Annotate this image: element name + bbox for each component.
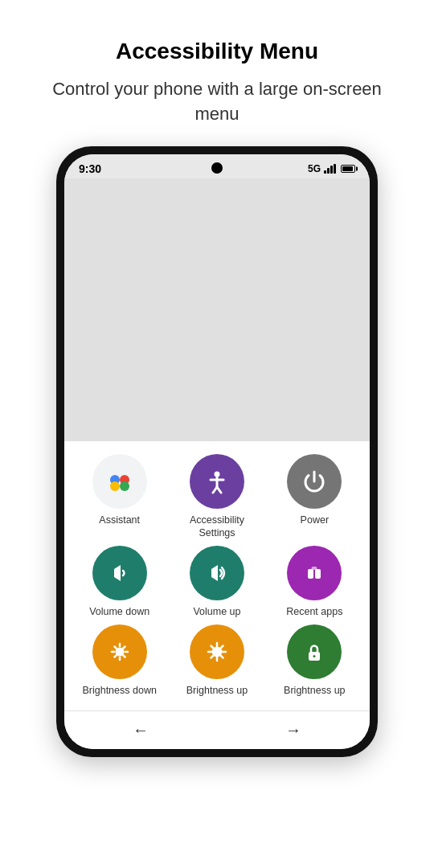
svg-line-21 bbox=[123, 647, 125, 649]
menu-item-assistant[interactable]: Assistant bbox=[74, 454, 165, 540]
svg-point-2 bbox=[110, 481, 120, 491]
menu-label-brightness-up1: Brightness up bbox=[186, 684, 248, 697]
svg-point-4 bbox=[214, 471, 219, 477]
menu-label-volume-up: Volume up bbox=[193, 605, 240, 618]
menu-item-volume-down[interactable]: Volume down bbox=[74, 546, 165, 618]
volume-up-icon bbox=[190, 546, 244, 600]
svg-line-22 bbox=[114, 656, 116, 657]
volume-down-icon bbox=[92, 546, 147, 600]
menu-item-accessibility[interactable]: Accessibility Settings bbox=[171, 454, 262, 540]
svg-line-28 bbox=[211, 646, 213, 649]
menu-label-accessibility: Accessibility Settings bbox=[171, 514, 262, 540]
menu-item-brightness-up1[interactable]: Brightness up bbox=[171, 624, 262, 697]
recent-apps-icon bbox=[287, 546, 342, 600]
phone-screen: 9:30 5G bbox=[64, 154, 370, 749]
svg-line-20 bbox=[123, 656, 125, 657]
phone-mockup: 9:30 5G bbox=[56, 146, 378, 757]
battery-icon bbox=[341, 165, 355, 173]
svg-rect-11 bbox=[308, 569, 313, 579]
menu-label-volume-down: Volume down bbox=[89, 605, 149, 618]
svg-line-30 bbox=[221, 646, 223, 649]
menu-item-recent-apps[interactable]: Recent apps bbox=[269, 546, 360, 618]
menu-label-brightness-down: Brightness down bbox=[82, 684, 156, 697]
svg-marker-9 bbox=[114, 565, 121, 581]
menu-grid: Assistant Accessibility Settings bbox=[74, 454, 360, 698]
svg-line-31 bbox=[211, 656, 213, 658]
svg-line-19 bbox=[114, 647, 116, 649]
power-icon bbox=[287, 454, 342, 509]
menu-label-assistant: Assistant bbox=[99, 514, 140, 526]
header-section: Accessibility Menu Control your phone wi… bbox=[0, 0, 434, 146]
screen-content-area bbox=[64, 178, 370, 441]
svg-rect-12 bbox=[315, 569, 321, 579]
nav-bar: ← → bbox=[64, 710, 370, 749]
status-icons: 5G bbox=[308, 163, 355, 174]
brightness-up2-icon bbox=[287, 624, 342, 679]
page-subtitle: Control your phone with a large on-scree… bbox=[32, 77, 402, 127]
menu-item-brightness-down[interactable]: Brightness down bbox=[74, 624, 165, 697]
brightness-up1-icon bbox=[190, 624, 244, 679]
svg-rect-13 bbox=[312, 567, 317, 570]
svg-line-29 bbox=[221, 656, 223, 658]
menu-label-power: Power bbox=[301, 514, 329, 526]
menu-item-volume-up[interactable]: Volume up bbox=[171, 546, 262, 618]
signal-icon bbox=[324, 164, 336, 174]
camera-notch bbox=[211, 162, 223, 174]
menu-item-brightness-up2[interactable]: Brightness up bbox=[269, 624, 360, 697]
network-indicator: 5G bbox=[308, 163, 321, 174]
status-time: 9:30 bbox=[79, 162, 101, 175]
assistant-icon bbox=[92, 454, 147, 509]
svg-point-33 bbox=[313, 655, 316, 657]
accessibility-icon bbox=[190, 454, 244, 509]
svg-line-8 bbox=[217, 487, 221, 493]
nav-back-button[interactable]: ← bbox=[100, 718, 181, 743]
menu-label-brightness-up2: Brightness up bbox=[284, 684, 345, 697]
nav-forward-button[interactable]: → bbox=[253, 718, 334, 743]
svg-point-3 bbox=[120, 481, 129, 491]
menu-item-power[interactable]: Power bbox=[269, 454, 360, 540]
brightness-down-icon bbox=[92, 624, 147, 679]
page-title: Accessibility Menu bbox=[32, 39, 402, 64]
status-bar: 9:30 5G bbox=[64, 154, 370, 178]
menu-label-recent-apps: Recent apps bbox=[286, 605, 342, 618]
svg-marker-10 bbox=[211, 565, 218, 581]
accessibility-menu-panel: Assistant Accessibility Settings bbox=[64, 441, 370, 710]
